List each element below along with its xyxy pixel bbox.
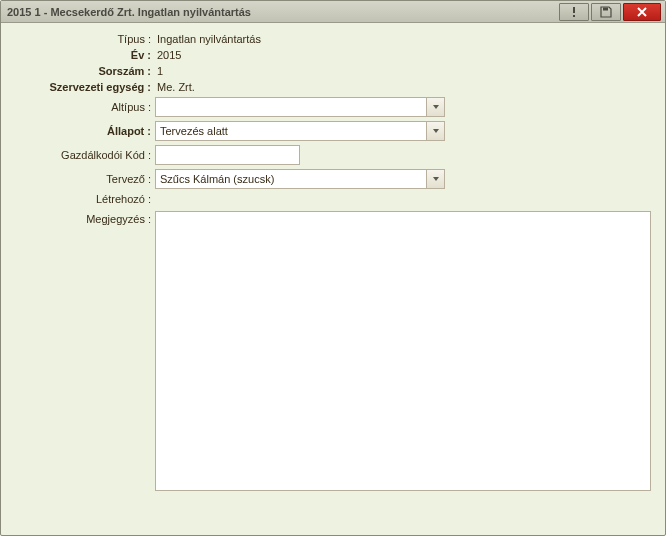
- titlebar: 2015 1 - Mecsekerdő Zrt. Ingatlan nyilvá…: [1, 1, 665, 23]
- value-ev: 2015: [155, 49, 181, 61]
- row-szervezeti: Szervezeti egység : Me. Zrt.: [15, 81, 651, 93]
- value-szervezeti: Me. Zrt.: [155, 81, 195, 93]
- input-gazdalkodoi[interactable]: [155, 145, 300, 165]
- close-icon: [636, 6, 648, 18]
- svg-rect-1: [573, 15, 575, 17]
- row-sorszam: Sorszám : 1: [15, 65, 651, 77]
- form-grid: Típus : Ingatlan nyilvántartás Év : 2015…: [15, 33, 651, 491]
- combo-allapot[interactable]: [155, 121, 445, 141]
- value-sorszam: 1: [155, 65, 163, 77]
- row-letrehozo: Létrehozó :: [15, 193, 651, 205]
- label-szervezeti: Szervezeti egység :: [15, 81, 155, 93]
- combo-tervezo[interactable]: [155, 169, 445, 189]
- dialog-window: 2015 1 - Mecsekerdő Zrt. Ingatlan nyilvá…: [0, 0, 666, 536]
- row-tervezo: Tervező :: [15, 169, 651, 189]
- dropdown-arrow-allapot[interactable]: [426, 122, 444, 140]
- label-allapot: Állapot :: [15, 125, 155, 137]
- label-letrehozo: Létrehozó :: [15, 193, 155, 205]
- input-altipus[interactable]: [156, 98, 426, 116]
- input-tervezo[interactable]: [156, 170, 426, 188]
- row-allapot: Állapot :: [15, 121, 651, 141]
- row-tipus: Típus : Ingatlan nyilvántartás: [15, 33, 651, 45]
- save-icon: [600, 6, 612, 18]
- label-gazdalkodoi: Gazdálkodói Kód :: [15, 149, 155, 161]
- value-tipus: Ingatlan nyilvántartás: [155, 33, 261, 45]
- titlebar-warn-button[interactable]: [559, 3, 589, 21]
- row-megjegyzes: Megjegyzés :: [15, 211, 651, 491]
- chevron-down-icon: [432, 175, 440, 183]
- dialog-body: Típus : Ingatlan nyilvántartás Év : 2015…: [1, 23, 665, 535]
- row-gazdalkodoi: Gazdálkodói Kód :: [15, 145, 651, 165]
- dropdown-arrow-altipus[interactable]: [426, 98, 444, 116]
- label-megjegyzes: Megjegyzés :: [15, 211, 155, 225]
- svg-rect-2: [603, 7, 608, 10]
- chevron-down-icon: [432, 127, 440, 135]
- textarea-megjegyzes[interactable]: [155, 211, 651, 491]
- label-altipus: Altípus :: [15, 101, 155, 113]
- row-altipus: Altípus :: [15, 97, 651, 117]
- label-ev: Év :: [15, 49, 155, 61]
- label-sorszam: Sorszám :: [15, 65, 155, 77]
- window-title: 2015 1 - Mecsekerdő Zrt. Ingatlan nyilvá…: [7, 6, 557, 18]
- row-ev: Év : 2015: [15, 49, 651, 61]
- input-allapot[interactable]: [156, 122, 426, 140]
- dropdown-arrow-tervezo[interactable]: [426, 170, 444, 188]
- svg-rect-0: [573, 7, 575, 13]
- chevron-down-icon: [432, 103, 440, 111]
- warn-icon: [568, 6, 580, 18]
- label-tervezo: Tervező :: [15, 173, 155, 185]
- titlebar-close-button[interactable]: [623, 3, 661, 21]
- combo-altipus[interactable]: [155, 97, 445, 117]
- label-tipus: Típus :: [15, 33, 155, 45]
- titlebar-save-button[interactable]: [591, 3, 621, 21]
